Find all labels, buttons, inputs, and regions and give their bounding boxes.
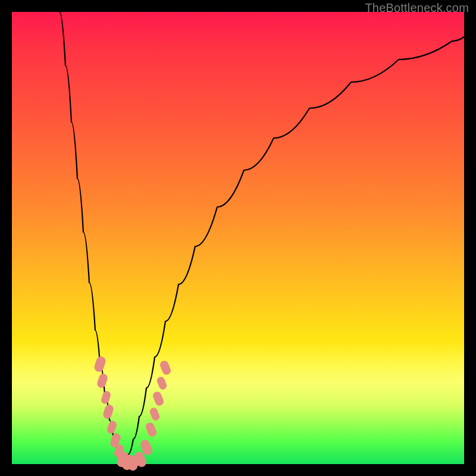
- data-marker: [159, 359, 172, 376]
- data-marker: [149, 406, 161, 421]
- watermark-text: TheBottleneck.com: [365, 1, 469, 15]
- data-marker: [152, 390, 165, 407]
- data-marker: [100, 390, 111, 405]
- markers-right: [133, 359, 172, 468]
- data-marker: [145, 421, 158, 438]
- data-marker: [96, 372, 108, 389]
- left-curve: [60, 12, 124, 464]
- data-marker: [106, 420, 117, 435]
- right-curve: [124, 37, 464, 464]
- plot-area: [12, 12, 464, 464]
- data-marker: [156, 375, 168, 390]
- markers-left: [93, 355, 141, 472]
- curve-layer: [12, 12, 464, 464]
- data-marker: [102, 403, 114, 419]
- chart-frame: TheBottleneck.com: [0, 0, 476, 476]
- data-marker: [93, 355, 107, 373]
